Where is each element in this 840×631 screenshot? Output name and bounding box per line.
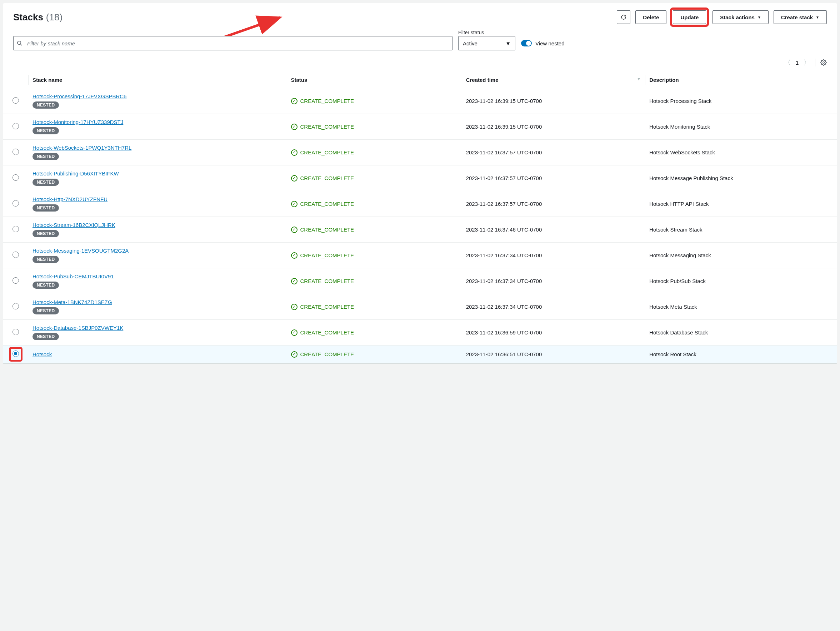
- created-time: 2023-11-02 16:37:34 UTC-0700: [462, 294, 645, 320]
- page-count: (18): [46, 12, 63, 23]
- created-time: 2023-11-02 16:37:57 UTC-0700: [462, 165, 645, 191]
- status-badge: ✓CREATE_COMPLETE: [291, 226, 458, 233]
- stack-link[interactable]: Hotsock-Http-7NXD2UYZFNFU: [33, 196, 107, 202]
- description: Hotsock Root Stack: [645, 346, 837, 364]
- description: Hotsock Message Publishing Stack: [645, 165, 837, 191]
- status-badge: ✓CREATE_COMPLETE: [291, 201, 458, 207]
- settings-button[interactable]: [820, 59, 827, 66]
- created-time: 2023-11-02 16:37:34 UTC-0700: [462, 243, 645, 268]
- stack-actions-label: Stack actions: [720, 14, 755, 21]
- status-badge: ✓CREATE_COMPLETE: [291, 175, 458, 182]
- row-radio[interactable]: [13, 149, 19, 155]
- annotation-highlight-update: Update: [670, 8, 709, 27]
- create-stack-button[interactable]: Create stack ▼: [774, 10, 827, 24]
- stack-actions-button[interactable]: Stack actions ▼: [712, 10, 769, 24]
- created-time: 2023-11-02 16:39:15 UTC-0700: [462, 114, 645, 140]
- row-radio[interactable]: [13, 277, 19, 284]
- check-circle-icon: ✓: [291, 201, 297, 207]
- check-circle-icon: ✓: [291, 304, 297, 310]
- description: Hotsock Pub/Sub Stack: [645, 268, 837, 294]
- pager-prev[interactable]: 〈: [784, 58, 791, 67]
- nested-badge: NESTED: [33, 307, 59, 315]
- annotation-highlight-radio: [9, 347, 22, 362]
- stacks-panel: Stacks (18) Delete Update Stack actions …: [3, 3, 837, 364]
- table-row: Hotsock-Meta-1BNK74ZD1SEZGNESTED✓CREATE_…: [3, 294, 837, 320]
- page-title: Stacks: [13, 12, 43, 23]
- row-radio[interactable]: [13, 251, 19, 258]
- caret-down-icon: ▼: [758, 15, 761, 19]
- description: Hotsock Messaging Stack: [645, 243, 837, 268]
- description: Hotsock WebSockets Stack: [645, 140, 837, 165]
- stack-link[interactable]: Hotsock-Database-1SBJP0ZVWEY1K: [33, 325, 123, 331]
- svg-point-1: [17, 41, 21, 44]
- table-row: Hotsock✓CREATE_COMPLETE2023-11-02 16:36:…: [3, 346, 837, 364]
- column-header-status[interactable]: Status: [287, 72, 462, 88]
- search-icon: [17, 40, 22, 46]
- view-nested-label: View nested: [535, 40, 564, 46]
- filter-status-select[interactable]: Active ▼: [458, 36, 515, 51]
- column-header-name[interactable]: Stack name: [28, 72, 287, 88]
- created-time: 2023-11-02 16:37:46 UTC-0700: [462, 217, 645, 243]
- description: Hotsock Meta Stack: [645, 294, 837, 320]
- stack-link[interactable]: Hotsock-PubSub-CEMJTBUI0V91: [33, 274, 114, 280]
- filter-status-label: Filter status: [458, 30, 515, 35]
- update-button[interactable]: Update: [673, 10, 706, 24]
- stack-link[interactable]: Hotsock-Publishing-D56XITYBIFKW: [33, 171, 119, 177]
- refresh-button[interactable]: [617, 10, 630, 24]
- row-radio[interactable]: [13, 329, 19, 335]
- check-circle-icon: ✓: [291, 252, 297, 259]
- column-header-created[interactable]: Created time ▼: [462, 72, 645, 88]
- row-radio[interactable]: [13, 303, 19, 310]
- nested-badge: NESTED: [33, 333, 59, 340]
- created-time: 2023-11-02 16:37:57 UTC-0700: [462, 140, 645, 165]
- refresh-icon: [621, 14, 627, 21]
- row-radio[interactable]: [13, 200, 19, 207]
- gear-icon: [820, 59, 827, 66]
- description: Hotsock Monitoring Stack: [645, 114, 837, 140]
- nested-badge: NESTED: [33, 281, 59, 289]
- pager-next[interactable]: 〉: [804, 58, 810, 67]
- stacks-table: Stack name Status Created time ▼ Descrip…: [3, 72, 837, 364]
- created-time: 2023-11-02 16:37:34 UTC-0700: [462, 268, 645, 294]
- stack-link[interactable]: Hotsock-Stream-16B2CXIQLJHRK: [33, 222, 115, 228]
- search-input[interactable]: [13, 36, 453, 51]
- nested-badge: NESTED: [33, 256, 59, 263]
- stack-link[interactable]: Hotsock-Meta-1BNK74ZD1SEZG: [33, 299, 112, 305]
- stack-link[interactable]: Hotsock-Messaging-1EVSOUGTM2G2A: [33, 248, 129, 254]
- stack-link[interactable]: Hotsock: [33, 351, 52, 357]
- row-radio[interactable]: [13, 351, 19, 357]
- row-radio[interactable]: [13, 97, 19, 104]
- status-badge: ✓CREATE_COMPLETE: [291, 278, 458, 285]
- nested-badge: NESTED: [33, 230, 59, 237]
- svg-point-3: [823, 62, 825, 63]
- stack-link[interactable]: Hotsock-Monitoring-17HYUZ339DSTJ: [33, 119, 123, 125]
- table-row: Hotsock-WebSockets-1PWQ1Y3NTH7RLNESTED✓C…: [3, 140, 837, 165]
- stack-link[interactable]: Hotsock-WebSockets-1PWQ1Y3NTH7RL: [33, 145, 131, 151]
- status-badge: ✓CREATE_COMPLETE: [291, 149, 458, 156]
- row-radio[interactable]: [13, 226, 19, 232]
- table-row: Hotsock-Publishing-D56XITYBIFKWNESTED✓CR…: [3, 165, 837, 191]
- description: Hotsock HTTP API Stack: [645, 191, 837, 217]
- caret-down-icon: ▼: [816, 15, 819, 19]
- nested-badge: NESTED: [33, 101, 59, 109]
- filter-status-value: Active: [463, 40, 477, 46]
- stack-link[interactable]: Hotsock-Processing-17JFVXGSPBRC6: [33, 93, 126, 99]
- status-badge: ✓CREATE_COMPLETE: [291, 98, 458, 104]
- view-nested-toggle[interactable]: [521, 40, 532, 46]
- caret-down-icon: ▼: [505, 40, 511, 46]
- row-radio[interactable]: [13, 174, 19, 181]
- check-circle-icon: ✓: [291, 123, 297, 130]
- check-circle-icon: ✓: [291, 226, 297, 233]
- table-row: Hotsock-PubSub-CEMJTBUI0V91NESTED✓CREATE…: [3, 268, 837, 294]
- description: Hotsock Stream Stack: [645, 217, 837, 243]
- description: Hotsock Database Stack: [645, 320, 837, 346]
- create-stack-label: Create stack: [781, 14, 813, 21]
- check-circle-icon: ✓: [291, 175, 297, 182]
- delete-button[interactable]: Delete: [635, 10, 666, 24]
- table-row: Hotsock-Http-7NXD2UYZFNFUNESTED✓CREATE_C…: [3, 191, 837, 217]
- table-row: Hotsock-Stream-16B2CXIQLJHRKNESTED✓CREAT…: [3, 217, 837, 243]
- row-radio[interactable]: [13, 123, 19, 129]
- column-header-description[interactable]: Description: [645, 72, 837, 88]
- description: Hotsock Processing Stack: [645, 88, 837, 114]
- status-badge: ✓CREATE_COMPLETE: [291, 304, 458, 310]
